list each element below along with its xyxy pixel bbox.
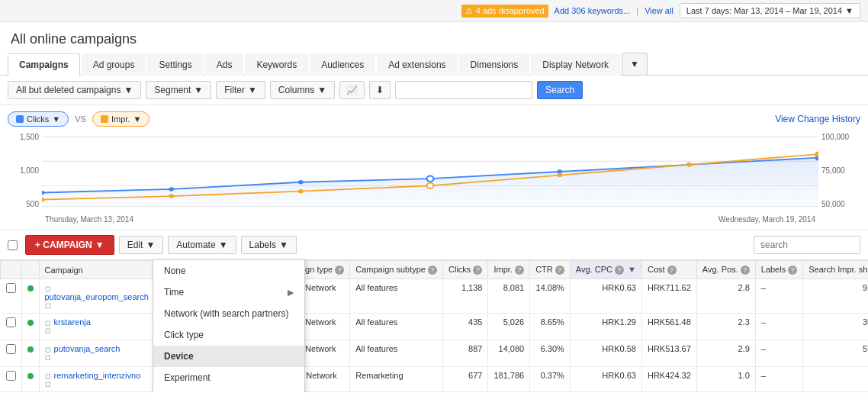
chevron-down-icon: ▼ [124,85,133,95]
impr-metric-button[interactable]: Impr. ▼ [92,111,149,127]
row-impr: 14,080 [488,340,530,367]
labels-button[interactable]: Labels ▼ [241,236,297,254]
tab-keywords[interactable]: Keywords [245,53,308,76]
search-input[interactable] [395,81,532,99]
row-checkbox[interactable] [6,371,16,381]
row-checkbox-cell [1,340,22,367]
help-icon[interactable]: ? [555,266,564,275]
help-icon[interactable]: ? [335,266,344,275]
th-impr[interactable]: Impr. ? [488,261,530,279]
row-cost: HRK513.67 [641,340,696,367]
filter-button[interactable]: Filter ▼ [216,81,265,99]
dropdown-item-time[interactable]: Time ▶ [153,282,304,303]
th-labels[interactable]: Labels ? [755,261,802,279]
th-clicks[interactable]: Clicks ? [443,261,488,279]
tab-audiences[interactable]: Audiences [310,53,375,76]
th-checkbox [1,261,22,279]
help-icon[interactable]: ? [515,266,524,275]
dropdown-item-click-type[interactable]: Click type [153,324,304,346]
row-checkbox-cell [1,314,22,340]
svg-point-13 [169,194,174,198]
graph-area: Clicks ▼ VS Impr. ▼ View Change History … [0,105,868,230]
download-button[interactable]: ⬇ [369,81,391,99]
add-keywords-link[interactable]: Add 306 keywords... [555,6,631,15]
row-labels: – [755,314,802,340]
help-icon[interactable]: ? [667,266,677,275]
chart-icon-button[interactable]: 📈 [339,81,365,99]
search-button[interactable]: Search [537,81,583,99]
chevron-down-icon: ▼ [194,85,203,95]
tab-dimensions[interactable]: Dimensions [459,53,530,76]
chevron-down-icon: ▼ [133,114,141,124]
th-cost[interactable]: Cost ? [641,261,696,279]
view-all-link[interactable]: View all [645,6,674,15]
dropdown-item-experiment[interactable]: Experiment [153,367,304,388]
row-labels: – [755,340,802,367]
date-range-text: Last 7 days: Mar 13, 2014 – Mar 19, 2014 [686,6,842,15]
dropdown-item-none[interactable]: None [153,260,304,282]
campaign-sublink: ◻ [45,327,149,334]
labels-label: Labels [249,240,276,250]
alert-badge[interactable]: ⚠ 4 ads disapproved [461,5,548,18]
edit-button[interactable]: Edit ▼ [119,236,164,254]
th-ctr[interactable]: CTR ? [530,261,571,279]
row-campaign-subtype: All features [350,340,443,367]
tabs-more-button[interactable]: ▼ [622,53,648,76]
dropdown-time-label: Time [164,287,184,298]
svg-point-14 [298,189,304,194]
tab-ads[interactable]: Ads [205,53,244,76]
status-dot [27,285,34,291]
row-impr: 5,026 [488,314,530,340]
campaign-search-input[interactable] [754,236,860,254]
help-icon[interactable]: ? [741,266,750,275]
dropdown-item-top-vs-other[interactable]: Top vs. Other [153,388,304,392]
columns-label: Columns [278,85,314,95]
date-range-picker[interactable]: Last 7 days: Mar 13, 2014 – Mar 19, 2014… [680,3,860,18]
table-body: ◻ putovanja_europom_search ◻ HRK800.00/d… [1,279,869,392]
dropdown-item-device[interactable]: Device [153,346,304,367]
th-campaign-subtype[interactable]: Campaign subtype ? [350,261,443,279]
chevron-down-icon: ▼ [317,85,326,95]
help-icon[interactable]: ? [428,266,437,275]
columns-button[interactable]: Columns ▼ [270,81,335,99]
svg-point-8 [426,176,433,182]
row-avg-pos: 2.8 [696,279,755,314]
campaign-link[interactable]: krstarenja [54,317,91,327]
svg-point-6 [169,187,174,192]
campaign-type-icon: ◻ [45,346,50,353]
automate-button[interactable]: Automate ▼ [168,236,236,254]
row-labels: – [755,279,802,314]
select-all-checkbox[interactable] [8,240,18,250]
tab-ad-groups[interactable]: Ad groups [82,53,146,76]
segment-button[interactable]: Segment ▼ [146,81,211,99]
tab-settings[interactable]: Settings [147,53,203,76]
row-checkbox[interactable] [6,317,16,327]
campaign-link[interactable]: putovanja_search [54,344,121,353]
th-campaign[interactable]: Campaign [39,261,154,279]
y-axis-left: 1,500 1,000 500 [8,130,42,224]
add-campaign-button[interactable]: + CAMPAIGN ▼ [25,235,114,255]
view-change-history-link[interactable]: View Change History [775,114,860,124]
dropdown-item-network[interactable]: Network (with search partners) [153,303,304,324]
campaign-type-icon: ◻ [45,319,50,327]
clicks-metric-button[interactable]: Clicks ▼ [8,111,69,127]
th-search-impr-share[interactable]: Search Impr. share ? [803,261,868,279]
th-avg-pos[interactable]: Avg. Pos. ? [696,261,755,279]
campaign-link[interactable]: putovanja_europom_search [45,292,149,301]
row-checkbox[interactable] [6,283,16,293]
status-dot [27,373,34,379]
help-icon[interactable]: ? [788,266,797,275]
campaign-link[interactable]: remarketing_intenzivno [54,371,141,380]
help-icon[interactable]: ? [473,266,482,275]
filter-campaigns-button[interactable]: All but deleted campaigns ▼ [8,81,141,99]
tab-campaigns[interactable]: Campaigns [8,53,80,76]
status-dot [27,320,34,326]
tab-display-network[interactable]: Display Network [531,53,620,76]
row-ctr: 8.65% [530,314,571,340]
row-avg-cpc: HRK1.29 [570,314,641,340]
th-avg-cpc[interactable]: Avg. CPC ? ▼ [570,261,641,279]
row-checkbox[interactable] [6,344,16,354]
help-icon[interactable]: ? [615,266,624,275]
chevron-down-icon: ▼ [279,240,288,250]
tab-ad-extensions[interactable]: Ad extensions [377,53,457,76]
